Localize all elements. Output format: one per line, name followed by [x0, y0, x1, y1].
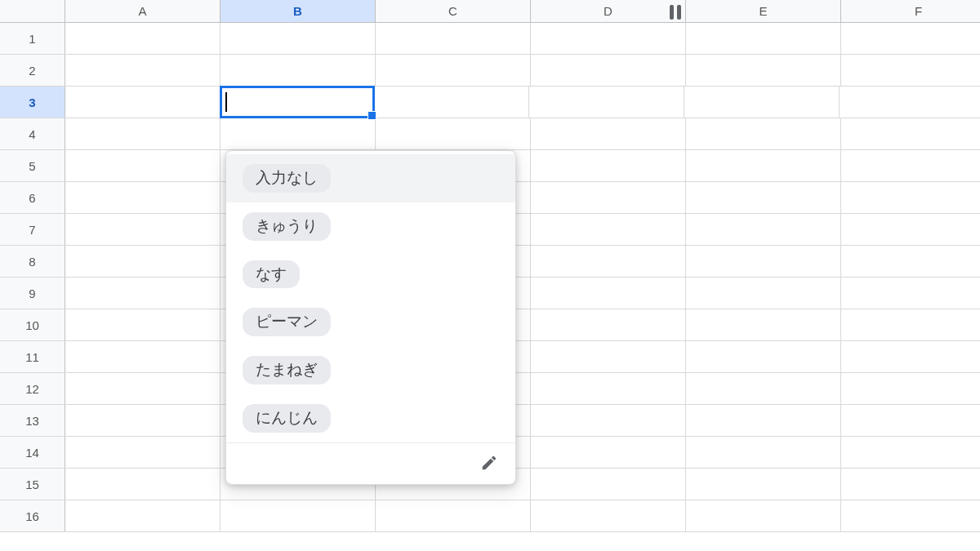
cell-F9[interactable]: [841, 278, 980, 309]
cell-D4[interactable]: [531, 118, 686, 149]
cell-B4[interactable]: [220, 118, 376, 149]
cell-F14[interactable]: [841, 437, 980, 468]
cell-D12[interactable]: [531, 373, 686, 404]
cell-A7[interactable]: [65, 214, 220, 245]
col-header-A[interactable]: A: [65, 0, 220, 22]
cell-F7[interactable]: [841, 214, 980, 245]
row-header[interactable]: 13: [0, 405, 65, 436]
cell-C2[interactable]: [376, 55, 531, 86]
select-all-corner[interactable]: [0, 0, 65, 22]
cell-A10[interactable]: [65, 309, 220, 340]
cell-F16[interactable]: [841, 500, 980, 531]
cell-A12[interactable]: [65, 373, 220, 404]
cell-D5[interactable]: [531, 150, 686, 181]
cell-C16[interactable]: [376, 500, 531, 531]
freeze-handle-icon[interactable]: [670, 5, 674, 20]
dropdown-option-2[interactable]: なす: [226, 251, 515, 299]
cell-B16[interactable]: [220, 500, 376, 531]
cell-B1[interactable]: [220, 23, 376, 54]
row-header[interactable]: 7: [0, 214, 65, 245]
cell-A16[interactable]: [65, 500, 220, 531]
cell-D13[interactable]: [531, 405, 686, 436]
cell-A14[interactable]: [65, 437, 220, 468]
edit-validation-button[interactable]: [478, 451, 501, 474]
cell-C4[interactable]: [376, 118, 531, 149]
dropdown-option-5[interactable]: にんじん: [226, 394, 515, 442]
cell-F4[interactable]: [841, 118, 980, 149]
col-header-E[interactable]: E: [686, 0, 841, 22]
cell-D15[interactable]: [531, 469, 686, 500]
col-header-F[interactable]: F: [841, 0, 980, 22]
row-header[interactable]: 2: [0, 55, 65, 86]
row-header[interactable]: 12: [0, 373, 65, 404]
cell-E14[interactable]: [686, 437, 841, 468]
cell-A9[interactable]: [65, 278, 220, 309]
cell-E11[interactable]: [686, 341, 841, 372]
cell-F6[interactable]: [841, 182, 980, 213]
dropdown-option-4[interactable]: たまねぎ: [226, 346, 515, 394]
cell-E6[interactable]: [686, 182, 841, 213]
cell-C3[interactable]: [374, 87, 529, 118]
cell-A5[interactable]: [65, 150, 220, 181]
cell-B2[interactable]: [220, 55, 376, 86]
row-header[interactable]: 10: [0, 309, 65, 340]
cell-E1[interactable]: [686, 23, 841, 54]
cell-E13[interactable]: [686, 405, 841, 436]
row-header[interactable]: 1: [0, 23, 65, 54]
cell-A15[interactable]: [65, 469, 220, 500]
dropdown-option-1[interactable]: きゅうり: [226, 202, 515, 251]
row-header[interactable]: 3: [0, 87, 65, 118]
cell-F11[interactable]: [841, 341, 980, 372]
cell-E12[interactable]: [686, 373, 841, 404]
cell-E5[interactable]: [686, 150, 841, 181]
cell-F15[interactable]: [841, 469, 980, 500]
cell-D3[interactable]: [529, 87, 684, 118]
row-header[interactable]: 11: [0, 341, 65, 372]
dropdown-option-3[interactable]: ピーマン: [226, 298, 515, 346]
row-header[interactable]: 8: [0, 246, 65, 277]
cell-A1[interactable]: [65, 23, 220, 54]
cell-F3[interactable]: [840, 87, 980, 118]
row-header[interactable]: 6: [0, 182, 65, 213]
cell-E4[interactable]: [686, 118, 841, 149]
cell-B3-selected[interactable]: [220, 86, 375, 118]
cell-D8[interactable]: [531, 246, 686, 277]
cell-F1[interactable]: [841, 23, 980, 54]
cell-A2[interactable]: [65, 55, 220, 86]
cell-C1[interactable]: [376, 23, 531, 54]
cell-E7[interactable]: [686, 214, 841, 245]
cell-D7[interactable]: [531, 214, 686, 245]
cell-E8[interactable]: [686, 246, 841, 277]
row-header[interactable]: 9: [0, 278, 65, 309]
cell-E3[interactable]: [684, 87, 840, 118]
col-header-B[interactable]: B: [220, 0, 376, 22]
cell-D10[interactable]: [531, 309, 686, 340]
cell-D6[interactable]: [531, 182, 686, 213]
cell-E16[interactable]: [686, 500, 841, 531]
row-header[interactable]: 4: [0, 118, 65, 149]
row-header[interactable]: 14: [0, 437, 65, 468]
cell-E10[interactable]: [686, 309, 841, 340]
cell-A3[interactable]: [65, 87, 220, 118]
cell-E2[interactable]: [686, 55, 841, 86]
cell-D9[interactable]: [531, 278, 686, 309]
cell-F8[interactable]: [841, 246, 980, 277]
col-header-C[interactable]: C: [376, 0, 531, 22]
cell-F12[interactable]: [841, 373, 980, 404]
col-header-D[interactable]: D: [531, 0, 686, 22]
cell-F10[interactable]: [841, 309, 980, 340]
cell-D11[interactable]: [531, 341, 686, 372]
freeze-handle-icon[interactable]: [677, 5, 681, 20]
dropdown-option-0[interactable]: 入力なし: [226, 154, 515, 202]
row-header[interactable]: 15: [0, 469, 65, 500]
cell-E9[interactable]: [686, 278, 841, 309]
cell-A6[interactable]: [65, 182, 220, 213]
cell-A13[interactable]: [65, 405, 220, 436]
cell-A11[interactable]: [65, 341, 220, 372]
cell-F2[interactable]: [841, 55, 980, 86]
cell-F13[interactable]: [841, 405, 980, 436]
cell-D2[interactable]: [531, 55, 686, 86]
row-header[interactable]: 16: [0, 500, 65, 531]
cell-E15[interactable]: [686, 469, 841, 500]
row-header[interactable]: 5: [0, 150, 65, 181]
